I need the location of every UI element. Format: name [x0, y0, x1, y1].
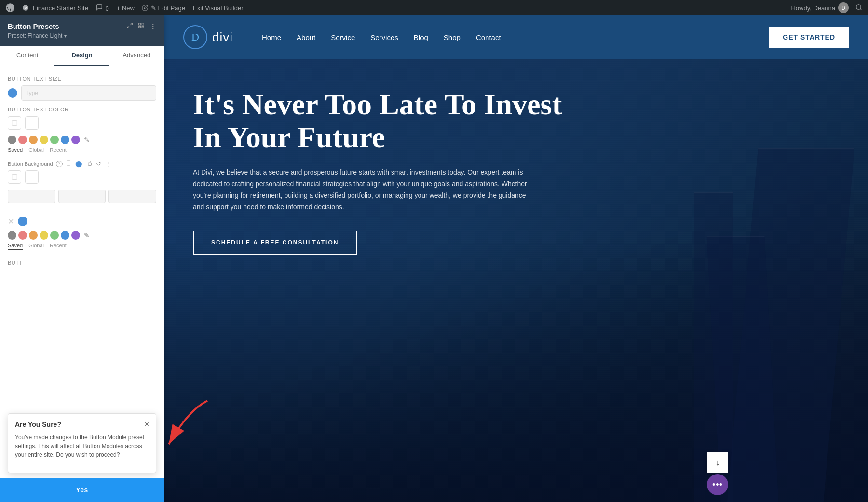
hero-description: At Divi, we believe that a secure and pr…	[193, 167, 530, 213]
swatch2-tab-global[interactable]: Global	[28, 243, 44, 250]
bg-color-row	[8, 170, 156, 184]
tab-content[interactable]: Content	[0, 46, 54, 66]
exit-builder-button[interactable]: Exit Visual Builder	[193, 4, 244, 12]
confirm-dialog-close[interactable]: ×	[145, 421, 149, 428]
swatch-gray[interactable]	[8, 136, 16, 144]
text-color-preview-2[interactable]	[25, 116, 39, 130]
button-text-size-row: Type	[8, 85, 156, 101]
confirm-dialog-header: Are You Sure? ×	[15, 421, 149, 428]
svg-rect-9	[139, 26, 141, 28]
nav-blog[interactable]: Blog	[414, 33, 428, 41]
panel-title-icons: ⋮	[126, 22, 156, 30]
comments-button[interactable]: 0	[96, 4, 109, 12]
grid-icon[interactable]	[138, 22, 145, 30]
svg-text:D: D	[25, 6, 27, 9]
swatch2-yellow[interactable]	[40, 231, 48, 240]
bg-input-1[interactable]	[8, 190, 55, 203]
wp-logo-icon[interactable]	[6, 3, 14, 12]
swatch2-gray[interactable]	[8, 231, 16, 240]
site-nav: Home About Service Services Blog Shop Co…	[262, 33, 769, 41]
swatch2-green[interactable]	[50, 231, 59, 240]
tab-advanced[interactable]: Advanced	[109, 46, 164, 66]
hero-section: It's Never Too Late To Invest In Your Fu…	[164, 59, 868, 502]
help-icon[interactable]: ?	[56, 161, 63, 167]
swatch-tab-saved[interactable]: Saved	[8, 147, 23, 154]
svg-point-3	[856, 4, 861, 9]
button-bg-section-label: Button Background ? ⬤ ↺ ⋮	[8, 160, 156, 167]
svg-rect-11	[12, 121, 17, 126]
icon-btn-row: ✕	[8, 217, 156, 226]
bg-copy-icon[interactable]	[86, 160, 92, 167]
down-arrow-button[interactable]: ↓	[707, 452, 728, 473]
button-text-color-label: Button Text Color	[8, 107, 156, 112]
hero-cta-button[interactable]: SCHEDULE A FREE CONSULTATION	[193, 231, 357, 255]
swatch2-tab-recent[interactable]: Recent	[50, 243, 67, 250]
edit-page-button[interactable]: ✎ Edit Page	[142, 4, 185, 12]
swatch-yellow[interactable]	[40, 136, 48, 144]
panel-subtitle[interactable]: Preset: Finance Light ▾	[8, 32, 156, 39]
bg-color-preview-2[interactable]	[25, 170, 39, 184]
hero-title: It's Never Too Late To Invest In Your Fu…	[193, 88, 569, 153]
logo-text: divi	[212, 30, 233, 45]
user-menu[interactable]: Howdy, Deanna D	[791, 2, 862, 13]
swatch-orange[interactable]	[29, 136, 38, 144]
right-content: D divi Home About Service Services Blog …	[164, 15, 868, 502]
btn-label-row: Butt	[8, 254, 156, 273]
bg-input-2[interactable]	[58, 190, 106, 203]
nav-home[interactable]: Home	[262, 33, 281, 41]
panel-header: Button Presets ⋮ Preset: Finance Light ▾	[0, 15, 164, 46]
nav-contact[interactable]: Contact	[476, 33, 501, 41]
site-logo: D divi	[183, 25, 233, 49]
swatch2-red[interactable]	[18, 231, 27, 240]
button-text-color-row	[8, 116, 156, 130]
x-cancel-icon[interactable]: ✕	[8, 217, 14, 226]
purple-dots-button[interactable]: •••	[707, 474, 728, 495]
bg-reset-icon[interactable]: ↺	[96, 160, 101, 167]
nav-shop[interactable]: Shop	[444, 33, 461, 41]
left-panel: Button Presets ⋮ Preset: Finance Light ▾…	[0, 15, 164, 502]
swatch-red[interactable]	[18, 136, 27, 144]
swatch-purple[interactable]	[71, 136, 80, 144]
bg-circle-icon[interactable]: ⬤	[75, 160, 82, 167]
swatch2-blue[interactable]	[61, 231, 69, 240]
yes-button[interactable]: Yes	[0, 478, 164, 502]
bg-color-preview[interactable]	[8, 170, 21, 184]
svg-rect-12	[67, 161, 70, 165]
pencil-icon-2[interactable]: ✎	[84, 231, 90, 239]
admin-search-icon[interactable]	[855, 4, 862, 12]
new-button[interactable]: + New	[117, 4, 135, 12]
nav-service[interactable]: Service	[331, 33, 355, 41]
yes-button-label: Yes	[76, 486, 88, 494]
bg-input-3[interactable]	[108, 190, 156, 203]
swatch2-orange[interactable]	[29, 231, 38, 240]
svg-line-4	[860, 8, 862, 10]
bg-more-icon[interactable]: ⋮	[105, 160, 111, 167]
swatch2-purple[interactable]	[71, 231, 80, 240]
swatch-blue[interactable]	[61, 136, 69, 144]
fullscreen-icon[interactable]	[126, 22, 133, 30]
color-indicator[interactable]	[18, 217, 27, 226]
text-size-input[interactable]: Type	[21, 85, 156, 101]
tab-design[interactable]: Design	[54, 46, 109, 66]
confirm-dialog-title: Are You Sure?	[15, 421, 61, 428]
svg-rect-13	[88, 163, 92, 166]
down-arrow-icon: ↓	[716, 458, 720, 468]
bg-triple-inputs	[8, 190, 156, 203]
swatch-green[interactable]	[50, 136, 59, 144]
panel-tabs: Content Design Advanced	[0, 46, 164, 66]
more-options-icon[interactable]: ⋮	[149, 23, 156, 30]
svg-rect-8	[142, 23, 144, 25]
swatch-tab-recent[interactable]: Recent	[50, 147, 67, 154]
user-avatar: D	[838, 2, 849, 13]
nav-services[interactable]: Services	[370, 33, 398, 41]
text-color-preview[interactable]	[8, 116, 21, 130]
get-started-button[interactable]: GET STARTED	[769, 27, 849, 48]
logo-circle: D	[183, 25, 207, 49]
site-name[interactable]: D Finance Starter Site	[22, 4, 88, 12]
swatch-tab-global[interactable]: Global	[28, 147, 44, 154]
pencil-icon[interactable]: ✎	[84, 136, 90, 144]
swatch2-tab-saved[interactable]: Saved	[8, 243, 23, 250]
text-size-toggle[interactable]	[8, 88, 17, 98]
nav-about[interactable]: About	[297, 33, 315, 41]
bg-responsive-icon[interactable]	[66, 160, 71, 167]
